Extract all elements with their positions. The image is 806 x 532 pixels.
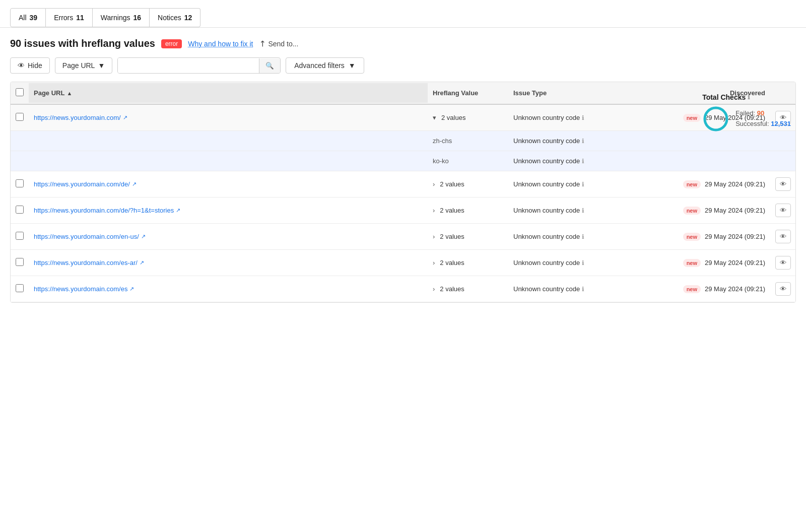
- row-eye-cell: 👁: [770, 224, 795, 249]
- error-badge: error: [161, 39, 182, 48]
- row-hreflang-cell[interactable]: › 2 values: [428, 227, 508, 246]
- checkbox-header: [11, 82, 29, 104]
- sub-table-row: zh-chs Unknown country code ℹ: [11, 131, 795, 151]
- row-issue-cell: Unknown country code ℹ: [508, 253, 629, 273]
- tab-count-notices: 12: [184, 14, 192, 22]
- row-hreflang-cell[interactable]: › 2 values: [428, 253, 508, 273]
- row-hreflang-cell[interactable]: ▾ 2 values: [428, 108, 508, 127]
- donut-chart: [702, 105, 729, 132]
- sub-row-hreflang: ko-ko: [428, 151, 508, 171]
- issue-info-icon[interactable]: ℹ: [582, 259, 584, 267]
- new-badge: new: [683, 259, 701, 267]
- fix-link[interactable]: Why and how to fix it: [188, 40, 253, 48]
- date-text: 29 May 2024 (09:21): [705, 259, 765, 267]
- search-wrapper: 🔍: [117, 57, 281, 74]
- eye-icon: 👁: [18, 61, 25, 70]
- table-row: https://news.yourdomain.com/de/ ↗ › 2 va…: [11, 171, 795, 197]
- successful-label: Successful:: [735, 120, 771, 127]
- row-checkbox-cell: [11, 200, 29, 221]
- row-discovered-cell: new 29 May 2024 (09:21): [629, 201, 770, 221]
- external-link-icon: ↗: [140, 259, 144, 266]
- expand-icon[interactable]: ›: [433, 180, 435, 188]
- row-url-link[interactable]: https://news.yourdomain.com/es: [34, 285, 127, 293]
- row-url-cell: https://news.yourdomain.com/es-ar/ ↗: [29, 253, 428, 273]
- issue-info-icon[interactable]: ℹ: [582, 207, 584, 214]
- row-eye-button[interactable]: 👁: [775, 204, 791, 217]
- expand-icon[interactable]: ›: [433, 207, 435, 214]
- advanced-chevron-icon: ▼: [349, 61, 356, 70]
- date-text: 29 May 2024 (09:21): [705, 180, 765, 188]
- row-url-link[interactable]: https://news.yourdomain.com/de/: [34, 180, 130, 188]
- row-hreflang-cell[interactable]: › 2 values: [428, 174, 508, 194]
- row-discovered-cell: new 29 May 2024 (09:21): [629, 279, 770, 299]
- row-eye-button[interactable]: 👁: [775, 230, 791, 243]
- row-url-link[interactable]: https://news.yourdomain.com/: [34, 114, 121, 121]
- page-url-label: Page URL: [62, 61, 95, 70]
- issue-info-icon[interactable]: ℹ: [582, 233, 584, 240]
- failed-line: Failed: 90: [735, 108, 791, 119]
- page-url-dropdown[interactable]: Page URL ▼: [55, 57, 112, 74]
- row-checkbox[interactable]: [16, 284, 24, 292]
- issue-info-icon[interactable]: ℹ: [582, 286, 584, 293]
- table-row: https://news.yourdomain.com/de/?h=1&t=st…: [11, 197, 795, 224]
- expand-icon[interactable]: ▾: [433, 114, 436, 121]
- tab-label-notices: Notices: [158, 14, 181, 22]
- row-url-link[interactable]: https://news.yourdomain.com/es-ar/: [34, 259, 138, 267]
- row-eye-button[interactable]: 👁: [775, 256, 791, 270]
- tab-all[interactable]: All 39: [10, 8, 46, 27]
- tab-label-errors: Errors: [54, 14, 73, 22]
- eye-icon: 👁: [780, 233, 786, 240]
- row-hreflang-cell[interactable]: › 2 values: [428, 201, 508, 220]
- send-to-button[interactable]: ↗ Send to...: [259, 39, 298, 48]
- row-eye-button[interactable]: 👁: [775, 177, 791, 191]
- expand-icon[interactable]: ›: [433, 259, 435, 267]
- failed-label: Failed:: [735, 109, 757, 117]
- row-issue-cell: Unknown country code ℹ: [508, 227, 629, 246]
- advanced-filters-label: Advanced filters: [294, 61, 345, 70]
- issue-info-icon[interactable]: ℹ: [582, 181, 584, 188]
- tab-notices[interactable]: Notices 12: [150, 8, 200, 27]
- row-checkbox[interactable]: [16, 232, 24, 240]
- table-header: Page URL ▲ Hreflang Value Issue Type Dis…: [11, 82, 795, 105]
- row-hreflang-cell[interactable]: › 2 values: [428, 279, 508, 299]
- row-checkbox[interactable]: [16, 258, 24, 266]
- row-issue-cell: Unknown country code ℹ: [508, 174, 629, 194]
- sub-row-empty3: [629, 135, 770, 147]
- row-url-link[interactable]: https://news.yourdomain.com/de/?h=1&t=st…: [34, 207, 174, 214]
- row-url-cell: https://news.yourdomain.com/de/?h=1&t=st…: [29, 201, 428, 220]
- row-checkbox[interactable]: [16, 179, 24, 187]
- total-checks-panel: Total Checks ℹ Failed: 90 Successful: 12…: [702, 93, 791, 132]
- sub-row-hreflang: zh-chs: [428, 131, 508, 151]
- expand-icon[interactable]: ›: [433, 233, 435, 240]
- row-eye-button[interactable]: 👁: [775, 282, 791, 296]
- sub-issue-info-icon[interactable]: ℹ: [582, 158, 584, 165]
- row-eye-cell: 👁: [770, 171, 795, 197]
- select-all-checkbox[interactable]: [16, 88, 24, 96]
- tab-errors[interactable]: Errors 11: [46, 8, 93, 27]
- row-url-cell: https://news.yourdomain.com/de/ ↗: [29, 174, 428, 194]
- external-link-icon: ↗: [141, 233, 146, 240]
- new-badge: new: [683, 114, 701, 122]
- tab-count-errors: 11: [76, 14, 84, 22]
- search-input[interactable]: [118, 58, 259, 73]
- expand-icon[interactable]: ›: [433, 285, 435, 293]
- send-icon: ↗: [257, 38, 268, 49]
- search-button[interactable]: 🔍: [259, 58, 280, 73]
- tab-count-all: 39: [30, 14, 38, 22]
- table-row: https://news.yourdomain.com/es-ar/ ↗ › 2…: [11, 250, 795, 276]
- row-url-cell: https://news.yourdomain.com/ ↗: [29, 108, 428, 127]
- row-checkbox-cell: [11, 173, 29, 195]
- date-text: 29 May 2024 (09:21): [705, 285, 765, 293]
- successful-count: 12,531: [771, 120, 791, 127]
- tab-count-warnings: 16: [133, 14, 141, 22]
- issue-info-icon[interactable]: ℹ: [582, 114, 584, 121]
- tab-warnings[interactable]: Warnings 16: [93, 8, 150, 27]
- advanced-filters-button[interactable]: Advanced filters ▼: [286, 57, 364, 74]
- row-checkbox[interactable]: [16, 206, 24, 214]
- row-checkbox[interactable]: [16, 113, 24, 121]
- row-url-link[interactable]: https://news.yourdomain.com/en-us/: [34, 233, 139, 240]
- hide-button[interactable]: 👁 Hide: [10, 57, 50, 74]
- row-issue-cell: Unknown country code ℹ: [508, 279, 629, 299]
- table-row: https://news.yourdomain.com/ ↗ ▾ 2 value…: [11, 105, 795, 131]
- sub-issue-info-icon[interactable]: ℹ: [582, 138, 584, 145]
